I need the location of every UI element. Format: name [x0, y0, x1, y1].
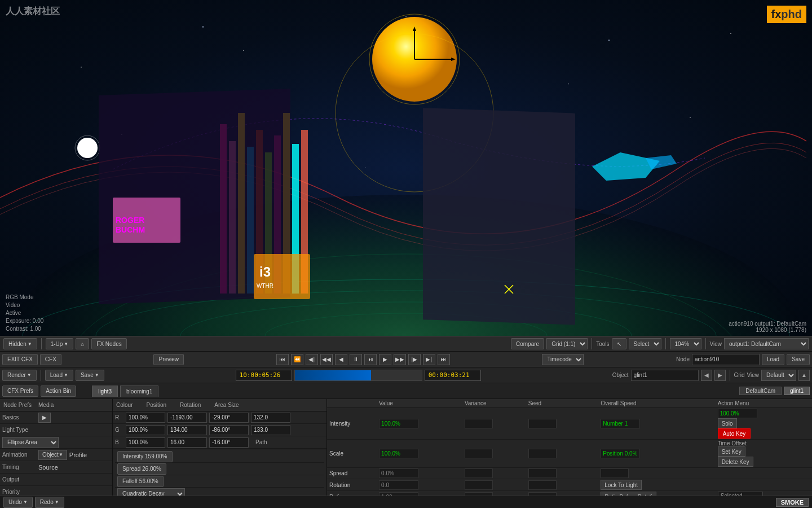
- pointer-tool[interactable]: ↖: [612, 338, 626, 349]
- grid-dropdown[interactable]: Grid (1:1): [546, 338, 588, 349]
- priority-label: Priority: [2, 489, 36, 495]
- hidden-button[interactable]: Hidden: [3, 338, 37, 349]
- stars-background: [0, 0, 812, 336]
- spread-speed-input[interactable]: [528, 468, 557, 478]
- x-rot-input[interactable]: [209, 413, 249, 423]
- g-value-input[interactable]: [126, 425, 165, 435]
- oneup-button[interactable]: 1-Up: [46, 338, 74, 349]
- load-button[interactable]: Load: [762, 354, 784, 365]
- y-pos-input[interactable]: [167, 425, 207, 435]
- transport-start[interactable]: ⏮: [276, 354, 289, 365]
- load2-button[interactable]: Load: [45, 370, 73, 381]
- transport-pause[interactable]: ⏸: [350, 354, 362, 365]
- r-label: R: [115, 414, 123, 421]
- overall-speed-input[interactable]: [718, 409, 757, 418]
- transport-next-keyframe[interactable]: ▶|: [423, 354, 435, 365]
- light3-tab[interactable]: light3: [92, 386, 118, 397]
- falloff-btn[interactable]: Falloff 56.00%: [117, 476, 164, 487]
- rotation-val-input[interactable]: [379, 480, 418, 490]
- transport-next-frame[interactable]: |▶: [408, 354, 421, 365]
- scale-val-input[interactable]: [379, 449, 418, 458]
- transport-end[interactable]: ⏭: [438, 354, 450, 365]
- transport-play[interactable]: ▶: [379, 354, 391, 365]
- scale-number-input[interactable]: [601, 449, 640, 458]
- blooming1-tab[interactable]: blooming1: [120, 386, 158, 397]
- b-row: B Path: [113, 436, 326, 449]
- object-next-btn[interactable]: ▶: [714, 370, 726, 381]
- col-left: Node Prefs Media Basics ▶ Light Type Ell…: [0, 399, 113, 508]
- profile-label: Profile: [69, 452, 87, 458]
- spread-val-input[interactable]: [379, 468, 418, 478]
- select-dropdown[interactable]: Select: [629, 338, 661, 349]
- rotation-variance: [462, 479, 526, 491]
- transport-prev[interactable]: ◀◀: [320, 354, 333, 365]
- redo-button[interactable]: Redo: [35, 497, 64, 508]
- cfx-prefs-button[interactable]: CFX Prefs: [2, 386, 38, 397]
- undo-bar: Undo Redo SMOKE: [0, 496, 812, 508]
- lock-to-light-btn[interactable]: Lock To Light: [601, 480, 642, 490]
- ellipse-area-dropdown[interactable]: Ellipse Area: [2, 437, 59, 448]
- spread-var-input[interactable]: [465, 468, 493, 478]
- node-input[interactable]: [692, 354, 760, 365]
- b-value-input[interactable]: [126, 437, 165, 448]
- fxnodes-button[interactable]: FX Nodes: [91, 338, 126, 349]
- object-prev-btn[interactable]: ◀: [701, 370, 712, 381]
- rot-var-input[interactable]: [465, 480, 493, 490]
- intensity-var-input[interactable]: [465, 419, 493, 428]
- save-button[interactable]: Save: [787, 354, 810, 365]
- glint1-tab[interactable]: glint1: [784, 387, 810, 395]
- object-dropdown-btn[interactable]: Object: [38, 450, 67, 460]
- intensity-seed-input[interactable]: [528, 419, 557, 428]
- home-button[interactable]: ⌂: [76, 338, 89, 349]
- scale-seed-input[interactable]: [528, 449, 557, 458]
- transport-ff[interactable]: ▶▶: [394, 354, 406, 365]
- scale-param-label: Scale: [327, 440, 377, 468]
- r-value-input[interactable]: [126, 413, 165, 423]
- cfx-button[interactable]: CFX: [40, 354, 61, 365]
- spread-btn[interactable]: Spread 26.00%: [117, 463, 166, 475]
- col-left-header: Node Prefs Media: [0, 399, 112, 411]
- number1-input[interactable]: [601, 419, 640, 428]
- scale-var-input[interactable]: [465, 449, 493, 458]
- solo-btn[interactable]: Solo: [718, 418, 737, 428]
- intensity-btn[interactable]: Intensity 159.00%: [117, 451, 173, 462]
- spread-pos-input[interactable]: [601, 468, 629, 478]
- compare-button[interactable]: Compare: [511, 338, 544, 349]
- rot-seed-input[interactable]: [528, 480, 557, 490]
- z-rot-input[interactable]: [209, 437, 249, 448]
- intensity-val-input[interactable]: [379, 419, 418, 428]
- preview-button[interactable]: Preview: [153, 354, 184, 365]
- area-y-input[interactable]: [251, 425, 290, 435]
- default-arrow[interactable]: ▲: [798, 370, 810, 381]
- transport-prev-frame[interactable]: ◀|: [306, 354, 318, 365]
- timecode-dropdown[interactable]: Timecode: [542, 354, 584, 365]
- undo-button[interactable]: Undo: [3, 497, 33, 508]
- save2-button[interactable]: Save: [76, 370, 104, 381]
- transport-prev-keyframe[interactable]: ⏪: [291, 354, 303, 365]
- rotation-label: Rotation: [180, 402, 201, 408]
- zoom-dropdown[interactable]: 104%: [670, 338, 701, 349]
- timecode-start-input[interactable]: [236, 370, 292, 381]
- delete-key-btn[interactable]: Delete Key: [718, 457, 753, 467]
- exit-cfx-button[interactable]: EXIT CFX: [2, 354, 38, 365]
- transport-step[interactable]: ⏯: [364, 354, 377, 365]
- timeline-bar[interactable]: [294, 370, 422, 381]
- action-bin-button[interactable]: Action Bin: [41, 386, 76, 397]
- set-key-btn[interactable]: Set Key: [718, 446, 745, 457]
- output-dropdown[interactable]: output1: DefaultCam: [724, 338, 809, 349]
- transport-back[interactable]: ◀: [335, 354, 347, 365]
- basics-expand-btn[interactable]: ▶: [38, 413, 51, 423]
- render-button[interactable]: Render: [2, 370, 37, 381]
- timecode-end-input[interactable]: [425, 370, 481, 381]
- timing-label: Timing: [2, 464, 36, 470]
- defaultcam-tab[interactable]: DefaultCam: [739, 387, 782, 395]
- autokey-btn[interactable]: Auto Key: [718, 428, 751, 439]
- x-pos-input[interactable]: [167, 413, 207, 423]
- area-x-input[interactable]: [251, 413, 290, 423]
- y-rot-input[interactable]: [209, 425, 249, 435]
- rotation-param-label: Rotation: [327, 479, 377, 491]
- object-input[interactable]: [631, 370, 699, 381]
- source-label: Source: [38, 464, 58, 471]
- z-pos-input[interactable]: [167, 437, 207, 448]
- default-dropdown[interactable]: Default: [761, 370, 796, 381]
